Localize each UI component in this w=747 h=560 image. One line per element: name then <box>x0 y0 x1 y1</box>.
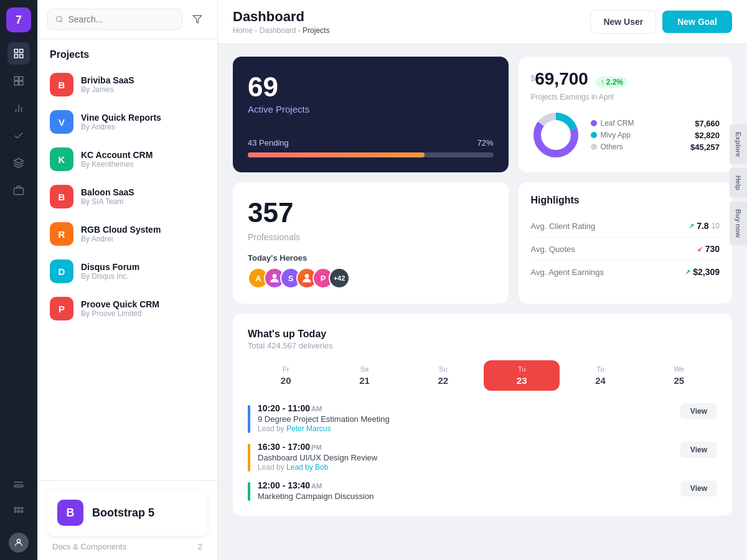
calendar-day-22[interactable]: Su22 <box>405 360 481 391</box>
project-by-vine: By Andres <box>81 123 161 131</box>
legend-label-leaf: Leaf CRM <box>601 119 634 128</box>
filter-button[interactable] <box>187 9 207 29</box>
svg-marker-24 <box>193 16 201 23</box>
nav-icon-dashboard[interactable] <box>7 42 30 65</box>
sidebar-item-baloon[interactable]: B Baloon SaaS By SIA Team <box>45 179 210 215</box>
breadcrumb-projects[interactable]: Projects <box>303 26 329 35</box>
nav-icon-apps[interactable] <box>7 500 30 523</box>
sidebar-item-rgb[interactable]: R RGB Cloud System By Andrei <box>45 216 210 252</box>
highlight-row-quotes: Avg. Quotes ↙ 730 <box>531 238 720 261</box>
svg-point-15 <box>14 507 16 509</box>
svg-rect-12 <box>14 188 24 195</box>
project-name-disqus: Disqus Forum <box>81 262 139 272</box>
event-view-btn-1[interactable]: View <box>680 442 717 458</box>
svg-point-19 <box>18 511 20 513</box>
buynow-tab[interactable]: Buy now <box>730 202 747 245</box>
event-lead-0: Lead by Peter Marcus <box>258 424 673 433</box>
highlight-label-quotes: Avg. Quotes <box>531 245 575 254</box>
event-view-2: View <box>680 480 717 497</box>
svg-rect-7 <box>19 82 23 85</box>
heroes-avatars: A S P +42 <box>248 268 494 289</box>
earnings-amount: 69,700 <box>535 69 588 88</box>
event-view-btn-0[interactable]: View <box>680 403 717 419</box>
calendar-day-24[interactable]: Tu24 <box>562 360 638 391</box>
event-bar-2 <box>248 482 250 501</box>
event-bar-0 <box>248 405 250 433</box>
schedule-header-left: What's up Today Total 424,567 deliveries <box>248 329 333 350</box>
new-goal-button[interactable]: New Goal <box>662 11 732 33</box>
search-input[interactable] <box>68 14 175 24</box>
sidebar-item-disqus[interactable]: D Disqus Forum By Disqus Inc. <box>45 253 210 289</box>
search-box[interactable] <box>47 9 182 30</box>
project-logo-disqus: D <box>50 259 73 283</box>
legend-label-mivy: Mivy App <box>601 131 631 139</box>
calendar-day-23[interactable]: Tu23 <box>484 360 560 391</box>
trend-down-quotes: ↙ <box>697 245 703 253</box>
topbar: Dashboard Home - Dashboard - Projects Ne… <box>218 0 747 44</box>
nav-icon-settings[interactable] <box>7 473 30 495</box>
nav-icon-chart[interactable] <box>7 97 30 119</box>
user-avatar-number[interactable]: 7 <box>6 7 31 32</box>
highlight-row-earnings: Avg. Agent Earnings ↗ $2,309 <box>531 261 720 283</box>
project-logo-rgb: R <box>50 222 73 246</box>
active-projects-count: 69 <box>248 72 494 103</box>
day-num: 22 <box>408 375 479 386</box>
project-by-disqus: By Disqus Inc. <box>81 272 139 281</box>
event-title-0: 9 Degree Project Estimation Meeting <box>258 414 673 424</box>
nav-icon-briefcase[interactable] <box>7 179 30 202</box>
breadcrumb-dashboard[interactable]: Dashboard <box>260 26 296 35</box>
highlight-label-earnings: Avg. Agent Earnings <box>531 268 604 277</box>
sidebar-bottom: B Bootstrap 5 Docs & Components 2 <box>37 480 217 560</box>
svg-point-17 <box>21 507 23 509</box>
calendar-day-21[interactable]: Sa21 <box>326 360 402 391</box>
event-time-2: 12:00 - 13:40AM <box>258 480 673 490</box>
sidebar-item-briviba[interactable]: B Briviba SaaS By James <box>45 67 210 103</box>
legend-item-leaf: Leaf CRM $7,660 <box>591 119 720 128</box>
calendar-day-25[interactable]: We25 <box>641 360 717 391</box>
sidebar-item-vine[interactable]: V Vine Quick Reports By Andres <box>45 104 210 140</box>
event-lead-link-0[interactable]: Peter Marcus <box>286 424 331 433</box>
highlights-title: Highlights <box>531 195 720 206</box>
schedule-title: What's up Today <box>248 329 333 340</box>
new-user-button[interactable]: New User <box>590 10 656 34</box>
sidebar-item-kc[interactable]: K KC Account CRM By Keenthemes <box>45 141 210 177</box>
legend-label-others: Others <box>601 142 623 151</box>
earnings-subtitle: Projects Earnings in April <box>531 93 720 101</box>
sidebar-item-proove[interactable]: P Proove Quick CRM By Proove Limited <box>45 291 210 327</box>
docs-link[interactable]: Docs & Components 2 <box>47 536 207 551</box>
event-view-btn-2[interactable]: View <box>680 480 717 497</box>
event-content-1: 16:30 - 17:00PM Dashboard UI/UX Design R… <box>258 442 673 472</box>
earnings-chart-row: Leaf CRM $7,660 Mivy App $2,820 Others <box>531 110 720 160</box>
docs-label: Docs & Components <box>52 542 126 551</box>
dashboard: 69 Active Projects 43 Pending 72% <box>218 44 747 560</box>
calendar-day-20[interactable]: Fr20 <box>248 360 324 391</box>
breadcrumb-home[interactable]: Home <box>233 26 253 35</box>
event-view-1: View <box>680 442 717 458</box>
nav-icon-check[interactable] <box>7 124 30 147</box>
help-tab[interactable]: Help <box>730 168 747 198</box>
professionals-card: 357 Professionals Today's Heroes A S <box>233 182 509 304</box>
project-logo-proove: P <box>50 297 73 320</box>
day-num: 23 <box>486 375 557 386</box>
bootstrap-label: Bootstrap 5 <box>92 506 154 520</box>
nav-icon-layers[interactable] <box>7 152 30 174</box>
main-content: 69 Active Projects 43 Pending 72% <box>218 44 747 560</box>
schedule-header: What's up Today Total 424,567 deliveries <box>248 329 717 350</box>
event-item-1: 16:30 - 17:00PM Dashboard UI/UX Design R… <box>248 442 717 472</box>
svg-point-29 <box>305 274 309 278</box>
explore-tab[interactable]: Explore <box>730 124 747 164</box>
user-profile-icon[interactable] <box>9 533 29 553</box>
svg-point-20 <box>21 511 23 513</box>
project-logo-baloon: B <box>50 185 73 208</box>
event-lead-link-1[interactable]: Lead by Bob <box>286 463 328 472</box>
earnings-badge: ↑ 2.2% <box>596 77 627 88</box>
highlight-val-rating: ↗ 7.8 10 <box>688 221 720 231</box>
svg-rect-2 <box>14 55 17 58</box>
event-view-0: View <box>680 403 717 419</box>
svg-rect-6 <box>14 82 18 85</box>
legend-item-others: Others $45,257 <box>591 142 720 152</box>
svg-point-28 <box>273 274 277 278</box>
pending-count: 43 Pending <box>248 138 289 147</box>
nav-icon-grid[interactable] <box>7 70 30 92</box>
project-by-baloon: By SIA Team <box>81 197 134 206</box>
